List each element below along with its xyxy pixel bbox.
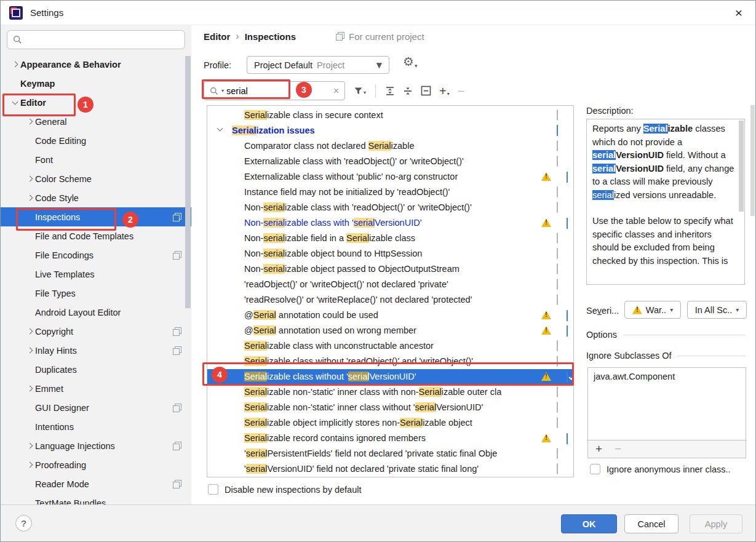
inspection-row[interactable]: Comparator class not declared Serializab… <box>207 138 573 154</box>
inspection-row[interactable]: Serializable record contains ignored mem… <box>207 431 573 446</box>
profile-select[interactable]: Project Default Project ▼ <box>247 56 389 74</box>
inspection-row[interactable]: Non-serializable field in a Serializable… <box>207 231 573 246</box>
inspection-row[interactable]: 'readResolve()' or 'writeReplace()' not … <box>207 292 573 308</box>
close-icon[interactable]: × <box>730 4 748 22</box>
sidebar-item-reader-mode[interactable]: Reader Mode <box>1 474 191 493</box>
inspection-row[interactable]: Serializable class without 'readObject()… <box>207 354 573 369</box>
sidebar-item-inspections[interactable]: Inspections <box>1 207 191 226</box>
inspection-row[interactable]: Serializable class with unconstructable … <box>207 338 573 354</box>
inspection-checkbox[interactable] <box>557 233 558 244</box>
inspection-checkbox[interactable] <box>567 433 568 444</box>
sidebar-item-color-scheme[interactable]: Color Scheme <box>1 169 191 188</box>
sidebar-item-file-and-code-templates[interactable]: File and Code Templates <box>1 226 191 245</box>
chevron-right-icon[interactable] <box>26 329 33 335</box>
ignore-anonymous-checkbox[interactable] <box>590 464 600 474</box>
ignore-subclasses-list[interactable]: java.awt.Component <box>587 367 746 440</box>
chevron-right-icon[interactable] <box>12 62 18 68</box>
inspection-row[interactable]: Instance field may not be initialized by… <box>207 185 573 200</box>
sidebar-item-intentions[interactable]: Intentions <box>1 417 191 436</box>
profile-settings-button[interactable]: ⚙ ▾ <box>403 55 417 69</box>
add-inspection-button[interactable]: + ▾ <box>439 86 450 97</box>
inspection-checkbox[interactable] <box>567 218 568 229</box>
clear-search-icon[interactable]: × <box>333 86 339 97</box>
search-options-caret-icon[interactable]: ▾ <box>221 88 224 94</box>
sidebar-item-copyright[interactable]: Copyright <box>1 322 191 341</box>
inspection-list-scrollbar[interactable] <box>750 105 755 216</box>
inspections-search[interactable]: ▾ × <box>204 81 345 100</box>
inspection-row[interactable]: Serializable non-'static' inner class wi… <box>207 400 573 415</box>
inspection-checkbox[interactable] <box>557 294 558 305</box>
inspection-row[interactable]: Serializable non-'static' inner class wi… <box>207 385 573 400</box>
ok-button[interactable]: OK <box>561 514 617 533</box>
inspection-row[interactable]: 'serialPersistentFields' field not decla… <box>207 446 573 461</box>
inspection-checkbox[interactable] <box>557 417 558 428</box>
collapse-all-button[interactable] <box>403 86 413 96</box>
inspection-row[interactable]: 'serialVersionUID' field not declared 'p… <box>207 461 573 477</box>
sidebar-item-proofreading[interactable]: Proofreading <box>1 455 191 474</box>
inspection-checkbox[interactable] <box>557 386 558 397</box>
reset-filter-button[interactable] <box>421 86 431 96</box>
sidebar-item-language-injections[interactable]: Language Injections <box>1 436 191 455</box>
chevron-down-icon[interactable] <box>217 126 223 132</box>
chevron-right-icon[interactable] <box>26 462 33 468</box>
inspection-row[interactable]: Serializable class without 'serialVersio… <box>207 369 573 385</box>
inspection-row[interactable]: Externalizable class with 'readObject()'… <box>207 154 573 169</box>
chevron-right-icon[interactable] <box>26 386 33 392</box>
remove-class-button[interactable]: − <box>615 442 621 456</box>
sidebar-item-editor[interactable]: Editor <box>1 93 191 112</box>
inspection-row[interactable]: Non-serializable object passed to Object… <box>207 261 573 277</box>
sidebar-item-gui-designer[interactable]: GUI Designer <box>1 398 191 417</box>
inspection-row[interactable]: @Serial annotation used on wrong member <box>207 323 573 338</box>
sidebar-item-inlay-hints[interactable]: Inlay Hints <box>1 341 191 360</box>
sidebar-item-textmate-bundles[interactable]: TextMate Bundles <box>1 493 191 506</box>
inspection-checkbox[interactable] <box>557 125 558 136</box>
inspection-checkbox[interactable] <box>567 172 568 183</box>
sidebar-item-keymap[interactable]: Keymap <box>1 74 191 93</box>
inspection-checkbox[interactable] <box>557 140 558 151</box>
remove-inspection-button[interactable]: − <box>458 86 465 97</box>
sidebar-item-file-encodings[interactable]: File Encodings <box>1 245 191 265</box>
sidebar-item-code-style[interactable]: Code Style <box>1 188 191 207</box>
sidebar-item-android-layout-editor[interactable]: Android Layout Editor <box>1 303 191 322</box>
inspection-checkbox[interactable] <box>557 110 558 121</box>
inspection-checkbox[interactable] <box>567 325 568 337</box>
sidebar-item-emmet[interactable]: Emmet <box>1 379 191 398</box>
inspection-row[interactable]: Externalizable class without 'public' no… <box>207 169 573 185</box>
inspection-checkbox[interactable] <box>557 263 558 274</box>
inspection-checkbox[interactable] <box>557 356 558 367</box>
sidebar-item-appearance-behavior[interactable]: Appearance & Behavior <box>1 55 191 74</box>
sidebar-item-general[interactable]: General <box>1 112 191 131</box>
inspection-checkbox[interactable] <box>557 202 558 213</box>
inspection-row[interactable]: @Serial annotation could be used <box>207 308 573 323</box>
inspection-checkbox[interactable] <box>557 463 558 474</box>
inspections-search-input[interactable] <box>226 86 294 96</box>
sidebar-item-live-templates[interactable]: Live Templates <box>1 265 191 284</box>
apply-button[interactable]: Apply <box>690 514 742 533</box>
sidebar-item-duplicates[interactable]: Duplicates <box>1 360 191 379</box>
inspection-row[interactable]: Serializable object implicitly stores no… <box>207 415 573 431</box>
inspection-row[interactable]: Serialization issues <box>207 123 573 138</box>
inspection-row[interactable]: Non-serializable object bound to HttpSes… <box>207 246 573 261</box>
inspection-row[interactable]: 'readObject()' or 'writeObject()' not de… <box>207 277 573 292</box>
inspection-checkbox[interactable] <box>557 448 558 459</box>
sidebar-search[interactable] <box>7 30 185 49</box>
inspection-checkbox[interactable] <box>557 186 558 197</box>
inspection-row[interactable]: Serializable class in secure context <box>207 108 573 123</box>
chevron-right-icon[interactable] <box>26 176 33 182</box>
sidebar-search-input[interactable] <box>26 35 179 45</box>
chevron-right-icon[interactable] <box>26 348 33 354</box>
expand-all-button[interactable] <box>385 86 395 96</box>
chevron-right-icon[interactable] <box>26 119 33 125</box>
add-class-button[interactable]: + <box>595 442 602 456</box>
inspection-checkbox[interactable] <box>557 248 558 259</box>
disable-new-inspections-checkbox[interactable] <box>208 484 218 495</box>
chevron-right-icon[interactable] <box>26 195 33 201</box>
disable-new-inspections-row[interactable]: Disable new inspections by default <box>208 484 361 495</box>
ignore-anonymous-row[interactable]: Ignore anonymous inner class.. <box>590 464 731 474</box>
breadcrumb-editor[interactable]: Editor <box>204 31 230 42</box>
sidebar-item-code-editing[interactable]: Code Editing <box>1 131 191 150</box>
inspection-checkbox[interactable] <box>557 340 558 351</box>
chevron-down-icon[interactable] <box>12 98 18 105</box>
sidebar-item-file-types[interactable]: File Types <box>1 284 191 303</box>
inspection-row[interactable]: Non-serializable class with 'readObject(… <box>207 200 573 215</box>
